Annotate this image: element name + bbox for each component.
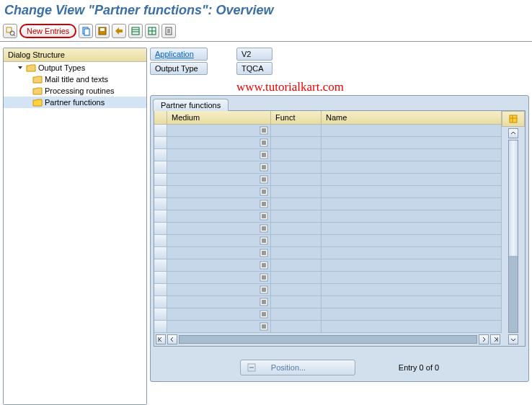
row-marker[interactable]	[154, 137, 167, 148]
row-marker[interactable]	[154, 210, 167, 222]
tree-item-partner-functions[interactable]: Partner functions	[4, 97, 146, 108]
scroll-right-end-button[interactable]	[490, 334, 500, 344]
row-marker[interactable]	[154, 259, 167, 271]
cell-name[interactable]	[322, 235, 502, 246]
cell-medium[interactable]	[167, 186, 271, 197]
dropdown-icon[interactable]	[260, 163, 268, 172]
row-marker[interactable]	[154, 284, 167, 295]
row-marker-header[interactable]	[154, 111, 167, 124]
row-marker[interactable]	[154, 198, 167, 210]
doc-button[interactable]	[161, 24, 176, 38]
cell-medium[interactable]	[167, 308, 271, 320]
cell-medium[interactable]	[167, 137, 271, 148]
table-row[interactable]	[154, 235, 502, 247]
table-row[interactable]	[154, 174, 502, 186]
tree-item-output-types[interactable]: Output Types	[4, 62, 146, 74]
dropdown-icon[interactable]	[260, 261, 268, 270]
cell-name[interactable]	[322, 198, 502, 210]
table-settings-button[interactable]	[502, 111, 525, 127]
cell-name[interactable]	[322, 149, 502, 161]
row-marker[interactable]	[154, 321, 167, 332]
cell-medium[interactable]	[167, 272, 271, 283]
cell-name[interactable]	[322, 321, 502, 332]
cell-funct[interactable]	[271, 235, 322, 246]
select-all-button[interactable]	[128, 24, 143, 38]
cell-medium[interactable]	[167, 149, 271, 161]
table-row[interactable]	[154, 149, 502, 161]
expand-icon[interactable]	[17, 64, 24, 71]
row-marker[interactable]	[154, 308, 167, 320]
cell-funct[interactable]	[271, 161, 322, 173]
cell-medium[interactable]	[167, 223, 271, 234]
hscroll-track[interactable]	[179, 335, 477, 344]
detail-button[interactable]	[3, 24, 17, 38]
cell-medium[interactable]	[167, 161, 271, 173]
table-row[interactable]	[154, 137, 502, 149]
cell-funct[interactable]	[271, 284, 322, 295]
cell-funct[interactable]	[271, 174, 322, 185]
cell-funct[interactable]	[271, 125, 322, 136]
cell-funct[interactable]	[271, 247, 322, 259]
dropdown-icon[interactable]	[260, 224, 268, 233]
dropdown-icon[interactable]	[260, 138, 268, 147]
dropdown-icon[interactable]	[260, 200, 268, 208]
cell-name[interactable]	[322, 161, 502, 173]
cell-funct[interactable]	[271, 308, 322, 320]
cell-funct[interactable]	[271, 198, 322, 210]
table-row[interactable]	[154, 272, 502, 284]
dropdown-icon[interactable]	[260, 249, 268, 257]
row-marker[interactable]	[154, 272, 167, 283]
scroll-right-button[interactable]	[479, 334, 489, 344]
dropdown-icon[interactable]	[260, 285, 268, 294]
cell-funct[interactable]	[271, 210, 322, 222]
cell-funct[interactable]	[271, 259, 322, 271]
cell-name[interactable]	[322, 174, 502, 185]
application-label[interactable]: Application	[150, 48, 208, 61]
col-name[interactable]: Name	[322, 111, 502, 124]
cell-funct[interactable]	[271, 223, 322, 234]
table-row[interactable]	[154, 247, 502, 259]
save-button[interactable]	[95, 24, 110, 38]
cell-name[interactable]	[322, 186, 502, 197]
dropdown-icon[interactable]	[260, 298, 268, 306]
col-medium[interactable]: Medium	[167, 111, 271, 124]
row-marker[interactable]	[154, 149, 167, 161]
cell-name[interactable]	[322, 308, 502, 320]
cell-medium[interactable]	[167, 125, 271, 136]
dropdown-icon[interactable]	[260, 151, 268, 159]
cell-medium[interactable]	[167, 174, 271, 185]
cell-funct[interactable]	[271, 296, 322, 308]
cell-name[interactable]	[322, 137, 502, 148]
dropdown-icon[interactable]	[260, 212, 268, 221]
table-row[interactable]	[154, 223, 502, 235]
position-button[interactable]: Position...	[240, 360, 355, 375]
cell-name[interactable]	[322, 284, 502, 295]
cell-name[interactable]	[322, 210, 502, 222]
new-entries-button[interactable]: New Entries	[19, 24, 76, 38]
dropdown-icon[interactable]	[260, 236, 268, 245]
cell-funct[interactable]	[271, 321, 322, 332]
scroll-up-button[interactable]	[508, 128, 518, 138]
col-funct[interactable]: Funct	[271, 111, 322, 124]
dropdown-icon[interactable]	[260, 273, 268, 282]
cell-medium[interactable]	[167, 235, 271, 246]
grid-button[interactable]	[145, 24, 159, 38]
table-row[interactable]	[154, 308, 502, 321]
cell-medium[interactable]	[167, 321, 271, 332]
cell-name[interactable]	[322, 247, 502, 259]
row-marker[interactable]	[154, 161, 167, 173]
dropdown-icon[interactable]	[260, 126, 268, 135]
table-row[interactable]	[154, 259, 502, 272]
cell-medium[interactable]	[167, 247, 271, 259]
cell-medium[interactable]	[167, 284, 271, 295]
row-marker[interactable]	[154, 296, 167, 308]
cell-medium[interactable]	[167, 296, 271, 308]
cell-name[interactable]	[322, 296, 502, 308]
cell-name[interactable]	[322, 223, 502, 234]
cell-name[interactable]	[322, 125, 502, 136]
cell-medium[interactable]	[167, 210, 271, 222]
cell-funct[interactable]	[271, 272, 322, 283]
dropdown-icon[interactable]	[260, 310, 268, 319]
table-row[interactable]	[154, 161, 502, 174]
table-row[interactable]	[154, 284, 502, 296]
